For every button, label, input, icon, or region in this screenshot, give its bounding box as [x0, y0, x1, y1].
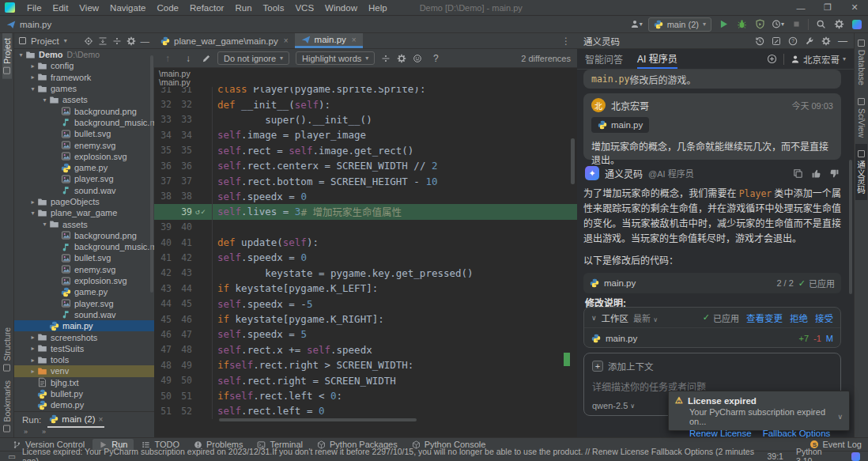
- tree-chevron-icon[interactable]: ▸: [29, 368, 36, 375]
- add-context-button[interactable]: + 添加上下文: [592, 360, 654, 372]
- tree-chevron-icon[interactable]: ▸: [29, 334, 36, 341]
- tree-item-bullet-svg[interactable]: bullet.svg: [14, 252, 154, 263]
- run-panel-chevrons2[interactable]: »: [42, 428, 46, 436]
- tab-plane-war-game-main[interactable]: plane_war_game\main.py×: [154, 33, 295, 48]
- tree-item-background-png[interactable]: background.png: [14, 230, 154, 241]
- close-tab-icon[interactable]: ×: [352, 36, 357, 44]
- help-icon[interactable]: [788, 36, 798, 46]
- tree-item-bullet-svg[interactable]: bullet.svg: [14, 128, 154, 139]
- menu-run[interactable]: Run: [229, 3, 257, 13]
- help-icon[interactable]: ?: [428, 53, 443, 64]
- diff-settings-icon[interactable]: [397, 54, 406, 63]
- code-line[interactable]: 3333 super().__init__(): [154, 112, 577, 127]
- tree-item-enemy-svg[interactable]: enemy.svg: [14, 264, 154, 275]
- tree-item-tools[interactable]: ▸tools: [14, 354, 154, 365]
- history-icon[interactable]: [755, 36, 764, 46]
- horizontal-scrollbar[interactable]: [219, 418, 417, 421]
- tree-item-game-py[interactable]: game.py: [14, 286, 154, 297]
- collapse-all-icon[interactable]: [112, 36, 122, 46]
- workspace-file-row[interactable]: main.py +7 -1 M: [584, 328, 840, 348]
- search-icon[interactable]: [814, 18, 827, 31]
- external-tools-icon[interactable]: [413, 54, 422, 63]
- tree-item-config[interactable]: ▸config: [14, 60, 154, 71]
- tree-item-sound-wav[interactable]: sound.wav: [14, 309, 154, 320]
- close-tab-icon[interactable]: ×: [98, 415, 103, 424]
- menu-help[interactable]: Help: [363, 3, 393, 13]
- expand-all-icon[interactable]: [98, 36, 108, 46]
- menu-file[interactable]: File: [21, 3, 47, 13]
- expand-notification-icon[interactable]: ∨: [837, 413, 843, 421]
- code-line[interactable]: 3838 self.speedx = 0: [154, 189, 577, 204]
- code-line[interactable]: 4142 self.speedx = 0: [154, 250, 577, 265]
- debug-button[interactable]: [735, 18, 748, 31]
- stripe-structure[interactable]: Structure: [2, 323, 12, 376]
- menu-vcs[interactable]: VCS: [289, 3, 319, 13]
- tree-item-plane-war-game[interactable]: ▾plane_war_game: [14, 207, 154, 218]
- attached-file-chip[interactable]: main.py: [591, 117, 649, 133]
- code-line[interactable]: 4344 if keystate[pygame.K_LEFT]:: [154, 281, 577, 296]
- code-line[interactable]: 3737 self.rect.bottom = SCREEN_HEIGHT - …: [154, 173, 577, 188]
- tree-item-player-svg[interactable]: player.svg: [14, 298, 154, 309]
- code-line[interactable]: 4546 if keystate[pygame.K_RIGHT]:: [154, 312, 577, 327]
- tab-smart-qa[interactable]: 智能问答: [585, 49, 623, 69]
- model-selector[interactable]: qwen-2.5∨: [592, 401, 635, 410]
- lingma-toolbar-icon[interactable]: [851, 18, 863, 31]
- code-line-added[interactable]: 39↺✓ self.lives = 3 # 增加玩家生命值属性: [154, 204, 577, 219]
- account-menu[interactable]: 北京宏哥 ▾: [791, 53, 846, 66]
- run-button[interactable]: [717, 18, 730, 31]
- tree-item-assets[interactable]: ▾assets: [14, 218, 154, 229]
- reject-link[interactable]: 拒绝: [790, 312, 808, 324]
- maximize-icon[interactable]: ❐: [814, 0, 841, 15]
- view-changes-link[interactable]: 查看变更: [746, 312, 783, 324]
- code-line[interactable]: 4243 keystate = pygame.key.get_pressed(): [154, 266, 577, 281]
- menu-code[interactable]: Code: [151, 3, 184, 13]
- tree-item-framework[interactable]: ▸framework: [14, 72, 154, 83]
- menu-view[interactable]: View: [74, 3, 104, 13]
- highlight-policy-dropdown[interactable]: Highlight words▾: [296, 51, 375, 65]
- revert-accept-icons[interactable]: ↺✓: [195, 207, 212, 216]
- editor-scrollbar[interactable]: [571, 138, 575, 184]
- tree-item-enemy-svg[interactable]: enemy.svg: [14, 139, 154, 150]
- workspace-latest-dropdown[interactable]: 最新 ∨: [633, 312, 658, 324]
- caret-position[interactable]: 39:1: [767, 452, 783, 461]
- tree-item-games[interactable]: ▾games: [14, 83, 154, 94]
- code-line[interactable]: 4748 self.rect.x += self.speedx: [154, 342, 577, 357]
- panel-settings-icon[interactable]: [821, 36, 831, 46]
- stripe-database[interactable]: Database: [857, 33, 866, 92]
- tree-item-background-music-mp3[interactable]: background_music.mp3: [14, 241, 154, 252]
- tree-chevron-icon[interactable]: ▸: [29, 62, 36, 70]
- breadcrumb-file[interactable]: main.py: [20, 20, 51, 29]
- thumbs-up-icon[interactable]: [811, 168, 821, 179]
- tab-main-py[interactable]: main.py×: [295, 33, 363, 48]
- hide-panel-icon[interactable]: —: [141, 36, 150, 46]
- project-panel-title[interactable]: Project: [31, 36, 59, 46]
- tree-item-game-py[interactable]: game.py: [14, 162, 154, 173]
- tree-item-screenshots[interactable]: ▸screenshots: [14, 331, 154, 342]
- tree-chevron-icon[interactable]: ▾: [29, 210, 36, 217]
- close-icon[interactable]: ✕: [841, 0, 868, 15]
- tree-chevron-icon[interactable]: ▾: [29, 85, 36, 93]
- locate-file-icon[interactable]: [84, 36, 93, 46]
- tab-ai-programmer[interactable]: AI 程序员: [637, 49, 677, 69]
- tree-chevron-icon[interactable]: ▸: [29, 345, 36, 352]
- menu-refactor[interactable]: Refactor: [184, 3, 229, 13]
- code-line[interactable]: 4041 def update(self):: [154, 235, 577, 250]
- stripe-lingma[interactable]: 通义灵码: [855, 144, 867, 200]
- code-line[interactable]: 4950 self.rect.right = SCREEN_WIDTH: [154, 372, 577, 387]
- menu-tools[interactable]: Tools: [258, 3, 290, 13]
- tree-item-sound-wav[interactable]: sound.wav: [14, 185, 154, 196]
- tree-scrollbar[interactable]: [150, 55, 153, 293]
- code-line[interactable]: 4647 self.speedx = 5: [154, 327, 577, 342]
- fallback-options-link[interactable]: Fallback Options: [763, 429, 831, 438]
- lingma-status-icon[interactable]: [851, 452, 860, 461]
- code-line[interactable]: 3636 self.rect.centerx = SCREEN_WIDTH //…: [154, 158, 577, 173]
- panel-settings-icon[interactable]: [126, 36, 136, 46]
- run-panel-chevrons[interactable]: »: [24, 428, 28, 436]
- edit-source-icon[interactable]: [202, 54, 211, 63]
- workspace-collapse-icon[interactable]: ∨: [591, 314, 597, 322]
- code-line[interactable]: 3232 def __init__(self):: [154, 96, 577, 111]
- code-editor[interactable]: 3131class Player(pygame.sprite.Sprite):3…: [154, 87, 577, 437]
- accept-link[interactable]: 接受: [815, 312, 833, 324]
- settings-icon[interactable]: [832, 18, 845, 31]
- hide-panel-icon[interactable]: —: [838, 36, 847, 47]
